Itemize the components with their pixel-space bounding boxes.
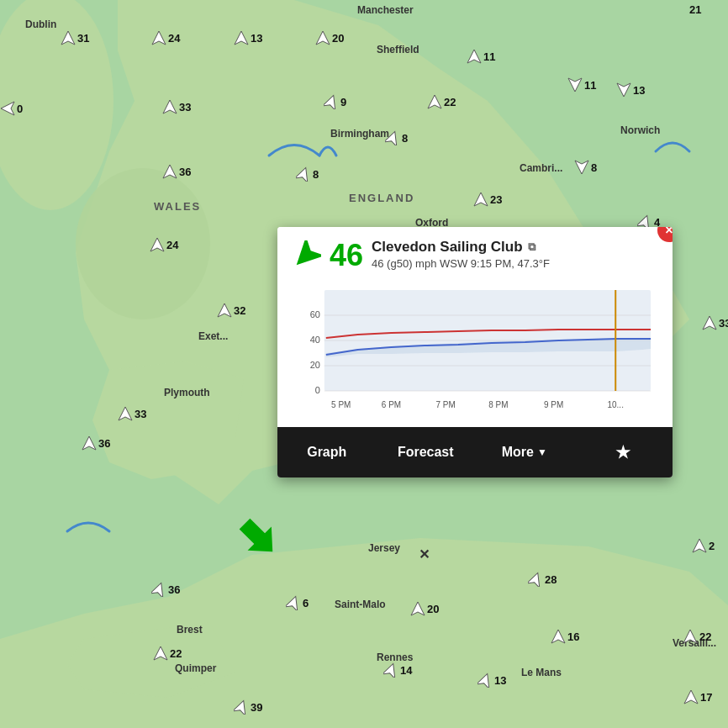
svg-marker-9	[61, 31, 75, 45]
region-england: ENGLAND	[349, 192, 414, 204]
svg-marker-10	[152, 31, 166, 45]
svg-point-2	[76, 168, 210, 319]
svg-marker-18	[568, 78, 582, 92]
svg-marker-30	[693, 539, 706, 552]
wind-8c: 8	[296, 166, 319, 182]
svg-marker-12	[316, 31, 330, 45]
wind-33c: 33	[702, 315, 728, 330]
popup-subtitle: 46 (g50) mph WSW 9:15 PM, 47.3°F	[372, 257, 659, 270]
svg-marker-17	[428, 95, 441, 108]
city-quimper: Quimper	[175, 662, 216, 674]
wind-24b: 24	[150, 237, 178, 252]
svg-marker-31	[151, 582, 166, 597]
svg-marker-42	[703, 316, 716, 330]
svg-marker-36	[383, 662, 398, 678]
wind-13c: 13	[477, 673, 506, 688]
svg-marker-35	[154, 646, 167, 660]
wind-13: 13	[234, 30, 262, 45]
svg-marker-41	[684, 690, 698, 704]
svg-marker-38	[551, 630, 565, 643]
svg-marker-14	[1, 102, 14, 115]
city-manchester: Manchester	[357, 4, 414, 16]
city-exeter: Exet...	[198, 330, 228, 342]
svg-text:5 PM: 5 PM	[331, 400, 351, 409]
tab-star[interactable]: ★	[574, 427, 673, 477]
city-norwich: Norwich	[620, 124, 660, 136]
city-jersey: Jersey	[368, 542, 400, 554]
wind-11: 11	[467, 49, 495, 64]
chart-svg: 60 40 20 0 5 PM 6 PM 7 PM	[291, 286, 659, 420]
wind-22c: 22	[683, 629, 711, 644]
svg-marker-20	[163, 165, 177, 178]
tab-forecast[interactable]: Forecast	[377, 430, 476, 475]
wind-22b: 22	[153, 646, 182, 661]
station-popup: 46 Clevedon Sailing Club ⧉ 46 (g50) mph …	[277, 227, 673, 477]
svg-text:7 PM: 7 PM	[436, 400, 456, 409]
wind-16: 16	[551, 629, 579, 644]
city-brest: Brest	[177, 624, 203, 636]
tab-graph[interactable]: Graph	[277, 430, 377, 475]
svg-marker-13	[467, 50, 481, 63]
svg-marker-29	[82, 436, 96, 450]
svg-marker-22	[575, 161, 588, 174]
wind-36c: 36	[151, 582, 180, 597]
tab-more[interactable]: More ▼	[475, 430, 574, 475]
wind-6: 6	[286, 595, 309, 610]
wind-9: 9	[324, 94, 346, 109]
star-icon: ★	[615, 443, 630, 462]
wind-21: 21	[689, 3, 701, 16]
popup-external-link-icon[interactable]: ⧉	[528, 240, 535, 254]
wind-17: 17	[683, 689, 712, 704]
svg-text:6 PM: 6 PM	[382, 400, 401, 409]
popup-chart-area: 60 40 20 0 5 PM 6 PM 7 PM	[277, 279, 673, 427]
city-cambridge: Cambri...	[520, 162, 562, 174]
svg-marker-26	[150, 238, 164, 251]
svg-marker-21	[385, 130, 400, 145]
popup-wind-arrow	[291, 240, 321, 271]
svg-text:10...: 10...	[608, 400, 624, 409]
wind-8b: 8	[574, 160, 597, 175]
city-birmingham: Birmingham	[330, 128, 389, 140]
wind-14: 14	[383, 662, 412, 678]
wind-13b: 13	[616, 82, 645, 98]
wind-33b: 33	[118, 406, 146, 421]
svg-marker-40	[234, 699, 249, 715]
wind-33: 33	[162, 99, 191, 114]
svg-text:9 PM: 9 PM	[544, 400, 563, 409]
wind-31: 31	[61, 30, 89, 45]
popup-station-name: Clevedon Sailing Club	[372, 239, 522, 256]
svg-marker-11	[235, 31, 248, 45]
city-sheffield: Sheffield	[377, 44, 419, 55]
svg-marker-43	[291, 240, 321, 271]
svg-marker-32	[286, 595, 301, 610]
svg-marker-27	[218, 303, 231, 317]
wind-22: 22	[427, 94, 456, 109]
city-rennes: Rennes	[377, 652, 413, 663]
popup-tabs: Graph Forecast More ▼ ★	[277, 427, 673, 477]
city-plymouth: Plymouth	[164, 387, 210, 398]
svg-marker-19	[617, 83, 630, 97]
svg-marker-28	[119, 407, 132, 420]
wind-39: 39	[234, 699, 262, 715]
popup-info: Clevedon Sailing Club ⧉ 46 (g50) mph WSW…	[372, 239, 659, 270]
wind-20b: 20	[410, 601, 439, 616]
city-dublin: Dublin	[25, 18, 56, 30]
svg-marker-37	[477, 673, 493, 688]
svg-marker-24	[474, 193, 488, 206]
wind-32: 32	[217, 303, 245, 318]
city-saint-malo: Saint-Malo	[335, 599, 386, 610]
wind-2: 2	[692, 538, 715, 553]
svg-text:8 PM: 8 PM	[488, 400, 508, 409]
svg-marker-33	[411, 602, 425, 615]
wind-11b: 11	[567, 77, 596, 92]
svg-marker-5	[0, 538, 728, 728]
wind-0: 0	[0, 101, 23, 116]
wind-23: 23	[473, 192, 502, 207]
wind-24: 24	[151, 30, 180, 45]
svg-marker-16	[324, 94, 339, 109]
city-le-mans: Le Mans	[521, 667, 562, 678]
svg-text:40: 40	[310, 335, 320, 345]
wind-28: 28	[528, 572, 557, 587]
popup-chart: 60 40 20 0 5 PM 6 PM 7 PM	[291, 286, 659, 420]
popup-title: Clevedon Sailing Club ⧉	[372, 239, 659, 256]
